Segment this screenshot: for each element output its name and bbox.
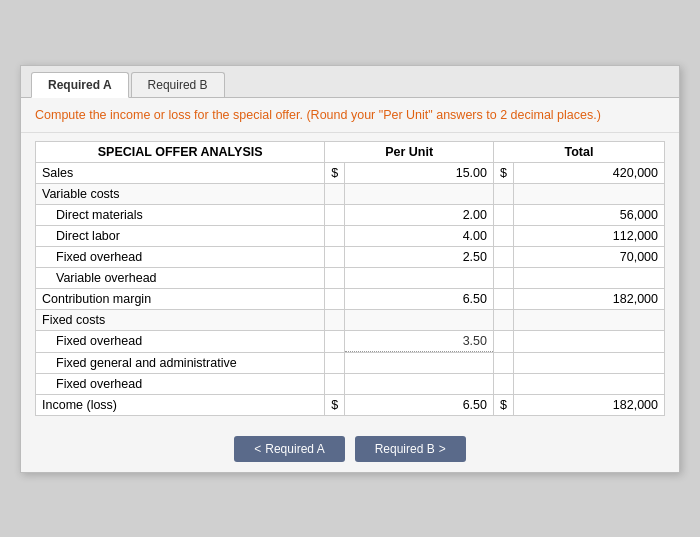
- foh3-total-cell[interactable]: [513, 373, 664, 394]
- tab-required-b[interactable]: Required B: [131, 72, 225, 97]
- foh1-d2: [493, 246, 513, 267]
- fga-total-cell[interactable]: [513, 352, 664, 373]
- fc-d2: [493, 309, 513, 330]
- vo-d1: [325, 267, 345, 288]
- analysis-header: SPECIAL OFFER ANALYSIS: [36, 141, 325, 162]
- row-label-fixed-overhead-2: Fixed overhead: [36, 330, 325, 352]
- row-label-income-loss: Income (loss): [36, 394, 325, 415]
- foh3-d1: [325, 373, 345, 394]
- il-dollar-right: $: [493, 394, 513, 415]
- next-button[interactable]: Required B >: [355, 436, 466, 462]
- foh2-per-unit-input[interactable]: [345, 331, 493, 352]
- prev-button[interactable]: < Required A: [234, 436, 344, 462]
- row-label-contribution-margin: Contribution margin: [36, 288, 325, 309]
- table-row: Fixed overhead: [36, 373, 665, 394]
- fga-d2: [493, 352, 513, 373]
- main-container: Required A Required B Compute the income…: [20, 65, 680, 473]
- total-header: Total: [493, 141, 664, 162]
- table-row: Variable costs: [36, 183, 665, 204]
- vc-tot: [513, 183, 664, 204]
- sales-dollar-right: $: [493, 162, 513, 183]
- row-label-variable-overhead: Variable overhead: [36, 267, 325, 288]
- foh1-total: 70,000: [513, 246, 664, 267]
- row-label-direct-labor: Direct labor: [36, 225, 325, 246]
- vo-total-cell[interactable]: [513, 267, 664, 288]
- foh2-total-cell[interactable]: [513, 330, 664, 352]
- tab-required-a[interactable]: Required A: [31, 72, 129, 98]
- fga-per-unit-input[interactable]: [345, 353, 493, 373]
- prev-chevron-icon: <: [254, 442, 261, 456]
- fc-tot: [513, 309, 664, 330]
- next-chevron-icon: >: [439, 442, 446, 456]
- dm-total: 56,000: [513, 204, 664, 225]
- foh3-per-unit-input[interactable]: [345, 374, 493, 394]
- instruction-main: Compute the income or loss for the speci…: [35, 108, 303, 122]
- foh2-d1: [325, 330, 345, 352]
- fga-total-input[interactable]: [514, 353, 664, 373]
- il-total: 182,000: [513, 394, 664, 415]
- vo-per-unit-input[interactable]: [345, 268, 493, 288]
- row-label-variable-costs: Variable costs: [36, 183, 325, 204]
- foh1-d1: [325, 246, 345, 267]
- sales-dollar-left: $: [325, 162, 345, 183]
- next-button-label: Required B: [375, 442, 435, 456]
- dm-d1: [325, 204, 345, 225]
- vo-d2: [493, 267, 513, 288]
- foh3-per-unit-cell[interactable]: [345, 373, 494, 394]
- dl-d1: [325, 225, 345, 246]
- row-label-fixed-gen-admin: Fixed general and administrative: [36, 352, 325, 373]
- tab-bar: Required A Required B: [21, 66, 679, 98]
- foh3-total-input[interactable]: [514, 374, 664, 394]
- nav-buttons-bar: < Required A Required B >: [21, 424, 679, 472]
- special-offer-table: SPECIAL OFFER ANALYSIS Per Unit Total Sa…: [35, 141, 665, 416]
- table-row: Variable overhead: [36, 267, 665, 288]
- vc-d1: [325, 183, 345, 204]
- dl-d2: [493, 225, 513, 246]
- row-label-direct-materials: Direct materials: [36, 204, 325, 225]
- table-row: Fixed overhead: [36, 330, 665, 352]
- dl-total: 112,000: [513, 225, 664, 246]
- foh1-per-unit: 2.50: [345, 246, 494, 267]
- vc-pu: [345, 183, 494, 204]
- sales-total: 420,000: [513, 162, 664, 183]
- dl-per-unit: 4.00: [345, 225, 494, 246]
- cm-total: 182,000: [513, 288, 664, 309]
- cm-per-unit: 6.50: [345, 288, 494, 309]
- table-row: Fixed general and administrative: [36, 352, 665, 373]
- table-row: Contribution margin 6.50 182,000: [36, 288, 665, 309]
- fga-per-unit-cell[interactable]: [345, 352, 494, 373]
- row-label-fixed-costs: Fixed costs: [36, 309, 325, 330]
- fga-d1: [325, 352, 345, 373]
- fc-pu: [345, 309, 494, 330]
- foh2-d2: [493, 330, 513, 352]
- fc-d1: [325, 309, 345, 330]
- prev-button-label: Required A: [265, 442, 324, 456]
- table-row: Sales $ 15.00 $ 420,000: [36, 162, 665, 183]
- dm-per-unit: 2.00: [345, 204, 494, 225]
- il-dollar-left: $: [325, 394, 345, 415]
- sales-per-unit: 15.00: [345, 162, 494, 183]
- table-row: Income (loss) $ 6.50 $ 182,000: [36, 394, 665, 415]
- table-row: Direct materials 2.00 56,000: [36, 204, 665, 225]
- table-header-row: SPECIAL OFFER ANALYSIS Per Unit Total: [36, 141, 665, 162]
- il-per-unit: 6.50: [345, 394, 494, 415]
- foh2-per-unit-cell[interactable]: [345, 330, 494, 352]
- per-unit-header: Per Unit: [325, 141, 494, 162]
- row-label-sales: Sales: [36, 162, 325, 183]
- table-row: Fixed overhead 2.50 70,000: [36, 246, 665, 267]
- table-wrapper: SPECIAL OFFER ANALYSIS Per Unit Total Sa…: [21, 133, 679, 424]
- vo-per-unit-cell[interactable]: [345, 267, 494, 288]
- foh3-d2: [493, 373, 513, 394]
- cm-d1: [325, 288, 345, 309]
- cm-d2: [493, 288, 513, 309]
- dm-d2: [493, 204, 513, 225]
- row-label-fixed-overhead-1: Fixed overhead: [36, 246, 325, 267]
- table-row: Direct labor 4.00 112,000: [36, 225, 665, 246]
- instruction-text: Compute the income or loss for the speci…: [21, 98, 679, 133]
- instruction-note: (Round your "Per Unit" answers to 2 deci…: [306, 108, 600, 122]
- foh2-total-input[interactable]: [514, 331, 664, 351]
- table-row: Fixed costs: [36, 309, 665, 330]
- row-label-fixed-overhead-3: Fixed overhead: [36, 373, 325, 394]
- vo-total-input[interactable]: [514, 268, 664, 288]
- vc-d2: [493, 183, 513, 204]
